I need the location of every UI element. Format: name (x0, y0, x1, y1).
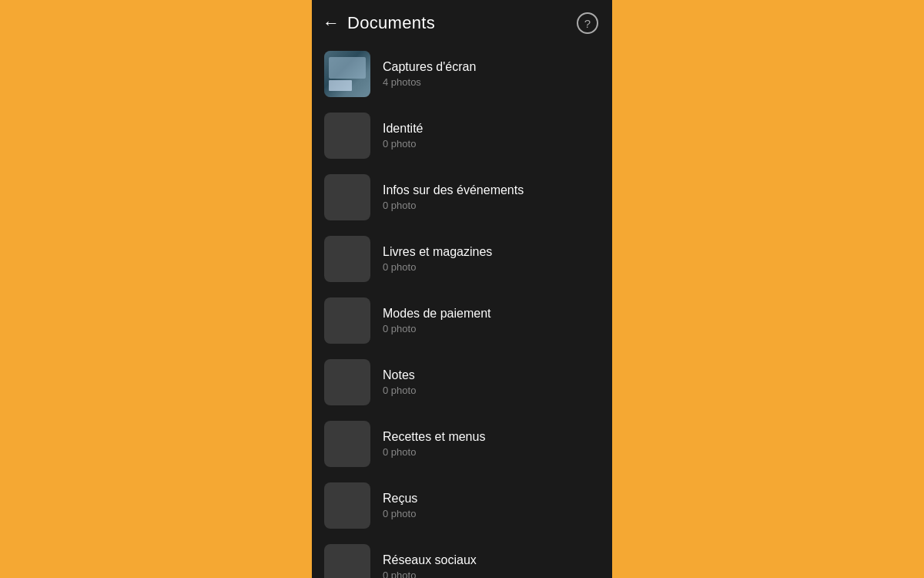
list-item[interactable]: Identité0 photo (312, 105, 612, 166)
item-thumbnail (324, 236, 370, 282)
item-count: 4 photos (383, 76, 476, 88)
item-thumbnail (324, 421, 370, 467)
item-name: Notes (383, 368, 416, 382)
list-item[interactable]: Captures d'écran4 photos (312, 43, 612, 105)
list-item[interactable]: Notes0 photo (312, 351, 612, 413)
list-item[interactable]: Recettes et menus0 photo (312, 413, 612, 475)
item-name: Réseaux sociaux (383, 553, 477, 567)
header: ← Documents ? (312, 0, 612, 43)
item-thumbnail (324, 482, 370, 529)
item-count: 0 photo (383, 385, 416, 396)
item-count: 0 photo (383, 570, 477, 578)
item-name: Modes de paiement (383, 307, 491, 321)
list-item[interactable]: Reçus0 photo (312, 475, 612, 536)
item-name: Recettes et menus (383, 430, 485, 444)
item-name: Infos sur des événements (383, 183, 524, 197)
item-thumbnail (324, 359, 370, 405)
item-name: Livres et magazines (383, 245, 492, 259)
document-list: Captures d'écran4 photosIdentité0 photoI… (312, 43, 612, 578)
help-button[interactable]: ? (577, 12, 598, 34)
item-thumbnail (324, 113, 370, 159)
back-button[interactable]: ← (323, 15, 340, 32)
item-thumbnail (324, 174, 370, 220)
item-count: 0 photo (383, 261, 492, 273)
item-name: Captures d'écran (383, 60, 476, 74)
page-title: Documents (347, 13, 435, 33)
phone-panel: ← Documents ? Captures d'écran4 photosId… (312, 0, 612, 578)
item-thumbnail (324, 297, 370, 344)
item-name: Reçus (383, 492, 417, 506)
list-item[interactable]: Modes de paiement0 photo (312, 290, 612, 351)
item-count: 0 photo (383, 446, 485, 458)
item-count: 0 photo (383, 200, 524, 211)
item-thumbnail (324, 544, 370, 578)
item-count: 0 photo (383, 323, 491, 334)
list-item[interactable]: Infos sur des événements0 photo (312, 166, 612, 228)
item-name: Identité (383, 122, 423, 136)
list-item[interactable]: Livres et magazines0 photo (312, 228, 612, 290)
item-thumbnail (324, 51, 370, 97)
header-left: ← Documents (323, 13, 435, 33)
item-count: 0 photo (383, 508, 417, 519)
item-count: 0 photo (383, 138, 423, 150)
list-item[interactable]: Réseaux sociaux0 photo (312, 536, 612, 578)
